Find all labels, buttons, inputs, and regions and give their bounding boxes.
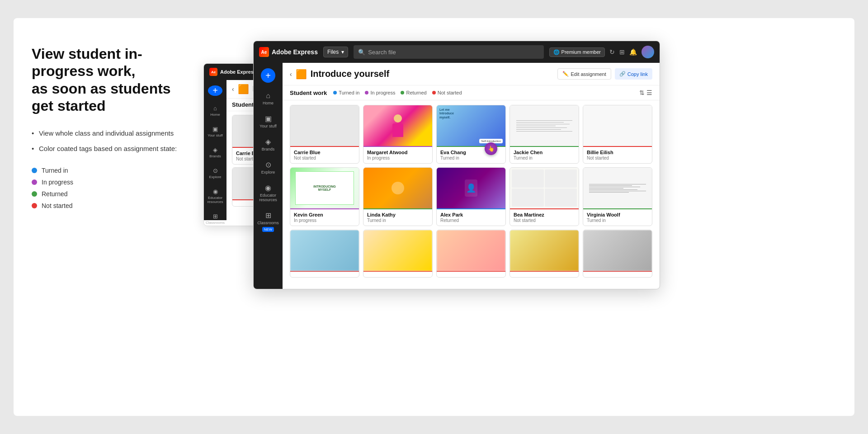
student-card-row3-4[interactable] [509, 230, 579, 278]
student-card-row3-3[interactable] [436, 230, 506, 278]
classrooms-icon-small: ⊞ [213, 213, 218, 220]
sort-button[interactable]: ⇅ [639, 89, 645, 96]
student-thumb-row3-2 [363, 230, 432, 271]
turned-in-label: Turned in [42, 167, 68, 174]
not-started-label: Not started [42, 202, 72, 209]
in-progress-indicator-main: In progress [365, 90, 395, 95]
list-view-button[interactable]: ☰ [646, 89, 652, 96]
edu-icon-main: ◉ [265, 184, 271, 192]
sidebar-explore-small[interactable]: ⊙ Explore [203, 164, 227, 183]
student-info-row3-4 [510, 271, 579, 277]
assignment-header-main: ‹ 🟧 Introduce yourself ✏️ Edit assignmen… [283, 63, 660, 85]
user-avatar[interactable] [642, 46, 654, 58]
brands-icon-small: ◈ [213, 146, 217, 153]
back-button-small[interactable]: ‹ [232, 85, 234, 93]
status-indicators-main: Turned in In progress Returned [333, 90, 462, 95]
edit-icon: ✏️ [562, 71, 569, 77]
assignment-actions: ✏️ Edit assignment 🔗 Copy link [557, 68, 652, 80]
turned-in-indicator-main: Turned in [333, 90, 359, 95]
student-info-row3-3 [437, 271, 505, 277]
color-tags: Turned in In progress Returned Not start… [32, 167, 185, 209]
tag-not-started: Not started [32, 202, 185, 209]
stuff-icon-small: ▣ [212, 126, 218, 132]
not-started-dot [32, 203, 37, 208]
main-content-main: ‹ 🟧 Introduce yourself ✏️ Edit assignmen… [283, 63, 660, 289]
student-thumb-linda [363, 168, 432, 208]
returned-label: Returned [42, 190, 68, 198]
add-button-small[interactable]: + [208, 85, 222, 96]
classrooms-icon-main: ⊞ [265, 211, 271, 220]
bullet-item-2: Color coated tags based on assignment st… [32, 144, 185, 154]
sidebar-brands-small[interactable]: ◈ Brands [203, 143, 227, 162]
cursor-overlay: 👆 [485, 142, 497, 155]
copy-link-button[interactable]: 🔗 Copy link [615, 68, 652, 80]
sidebar-home-main[interactable]: ⌂ Home [256, 88, 280, 109]
files-dropdown-main[interactable]: Files ▾ [323, 47, 348, 57]
turned-in-dot [32, 168, 37, 173]
student-info-bea: Bea Martinez Not started [510, 208, 579, 226]
back-button-main[interactable]: ‹ [290, 71, 292, 78]
sidebar-classrooms-small[interactable]: ⊞ Classrooms NEW [203, 209, 227, 226]
student-thumb-row3-4 [510, 230, 579, 271]
student-card-bea[interactable]: Bea Martinez Not started [509, 167, 579, 226]
student-card-alex[interactable]: 👤 Alex Park Returned [436, 167, 506, 226]
student-thumb-carrie [290, 105, 359, 146]
brand-logo-main: Ae Adobe Express [259, 47, 318, 57]
sidebar-main: + ⌂ Home ▣ Your stuff ◈ Brands ⊙ [254, 63, 283, 289]
student-thumb-kevin: INTRODUCINGMYSELF [290, 168, 359, 208]
in-progress-label: In progress [42, 179, 73, 186]
student-card-carrie[interactable]: Carrie Blue Not started [290, 105, 359, 164]
sidebar-stuff-small[interactable]: ▣ Your stuff [203, 122, 227, 141]
student-thumb-row3-3 [437, 230, 505, 271]
bullet-item-1: View whole class and individual assignme… [32, 128, 185, 139]
student-info-alex: Alex Park Returned [437, 208, 505, 226]
not-started-dot-main [432, 91, 436, 94]
student-card-row3-5[interactable] [583, 230, 652, 278]
returned-indicator-main: Returned [401, 90, 426, 95]
topbar-main: Ae Adobe Express Files ▾ 🔍 Search file 🌐… [254, 41, 660, 63]
student-card-margaret[interactable]: Margaret Atwood In progress [363, 105, 433, 164]
student-work-header-main: Student work Turned in In progress [283, 85, 660, 100]
student-card-jackie[interactable]: Jackie Chen Turned in [509, 105, 579, 164]
student-info-billie: Billie Eilish Not started [583, 146, 652, 163]
sidebar-edu-small[interactable]: ◉ Educator resources [203, 184, 227, 208]
student-info-virginia: Virginia Woolf Turned in [583, 208, 652, 226]
student-thumb-bea [510, 168, 579, 208]
tag-turned-in: Turned in [32, 167, 185, 174]
page-container: View student in-progress work, as soon a… [14, 18, 854, 416]
student-card-kevin[interactable]: INTRODUCINGMYSELF Kevin Green In progres… [290, 167, 359, 226]
student-info-carrie: Carrie Blue Not started [290, 146, 359, 163]
bell-icon[interactable]: 🔔 [629, 48, 637, 56]
student-grid-main: Carrie Blue Not started [283, 100, 660, 282]
sidebar-edu-main[interactable]: ◉ Educator resources [256, 180, 280, 206]
app-window-foreground: Ae Adobe Express Files ▾ 🔍 Search file 🌐… [253, 41, 660, 289]
explore-icon-small: ⊙ [213, 167, 218, 174]
home-icon-main: ⌂ [266, 92, 270, 100]
sidebar-classrooms-main[interactable]: ⊞ Classrooms NEW [256, 208, 280, 236]
edit-assignment-button[interactable]: ✏️ Edit assignment [557, 68, 611, 80]
sidebar-home-small[interactable]: ⌂ Home [203, 101, 227, 120]
student-card-eva[interactable]: Let meIntroducemyself. Self-Introduction… [436, 105, 506, 164]
left-panel: View student in-progress work, as soon a… [32, 41, 185, 393]
student-info-margaret: Margaret Atwood In progress [363, 146, 432, 163]
student-thumb-virginia [583, 168, 652, 208]
search-icon-main: 🔍 [358, 49, 365, 56]
student-thumb-row3-1 [290, 230, 359, 271]
student-card-billie[interactable]: Billie Eilish Not started [583, 105, 652, 164]
student-card-row3-1[interactable] [290, 230, 359, 278]
refresh-icon[interactable]: ↻ [609, 48, 615, 56]
adobe-logo-small: Ae [209, 68, 217, 76]
sidebar-brands-main[interactable]: ◈ Brands [256, 134, 280, 155]
grid-icon[interactable]: ⊞ [619, 48, 625, 56]
search-bar-main[interactable]: 🔍 Search file [354, 45, 543, 59]
student-info-row3-2 [363, 271, 432, 277]
student-card-row3-2[interactable] [363, 230, 433, 278]
student-card-linda[interactable]: Linda Kathy Turned in [363, 167, 433, 226]
turned-in-dot-main [333, 91, 337, 94]
student-card-virginia[interactable]: Virginia Woolf Turned in [583, 167, 652, 226]
sidebar-explore-main[interactable]: ⊙ Explore [256, 157, 280, 178]
app-body-main: + ⌂ Home ▣ Your stuff ◈ Brands ⊙ [254, 63, 660, 289]
add-button-main[interactable]: + [261, 68, 275, 83]
assignment-icon-small: 🟧 [238, 84, 249, 94]
sidebar-stuff-main[interactable]: ▣ Your stuff [256, 111, 280, 132]
